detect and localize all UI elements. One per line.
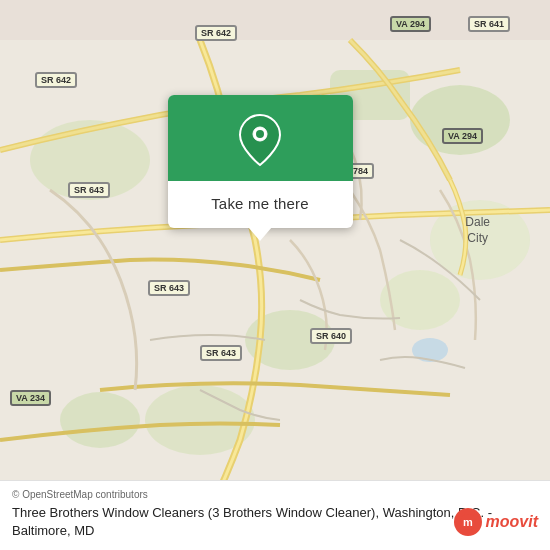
svg-point-1 <box>410 85 510 155</box>
road-badge-sr642-top: SR 642 <box>195 25 237 41</box>
popup-overlay: Take me there <box>155 95 365 241</box>
road-badge-sr641: SR 641 <box>468 16 510 32</box>
road-badge-sr642-left: SR 642 <box>35 72 77 88</box>
svg-point-11 <box>256 130 264 138</box>
popup-green-area <box>168 95 353 181</box>
svg-point-7 <box>60 392 140 448</box>
road-badge-sr643-bot: SR 643 <box>200 345 242 361</box>
popup-box: Take me there <box>168 95 353 228</box>
moovit-text-label: moovit <box>486 513 538 531</box>
road-badge-va294-top: VA 294 <box>390 16 431 32</box>
svg-point-4 <box>380 270 460 330</box>
road-badge-sr640: SR 640 <box>310 328 352 344</box>
map-svg <box>0 0 550 550</box>
location-pin-icon <box>238 113 282 167</box>
svg-text:m: m <box>463 516 473 528</box>
road-badge-sr643-low: SR 643 <box>148 280 190 296</box>
moovit-logo: m moovit <box>454 508 538 536</box>
bottom-bar: © OpenStreetMap contributors Three Broth… <box>0 480 550 550</box>
popup-button-area: Take me there <box>168 181 353 228</box>
moovit-icon: m <box>454 508 482 536</box>
road-badge-va294-right: VA 294 <box>442 128 483 144</box>
road-badge-sr643-mid: SR 643 <box>68 182 110 198</box>
map-container: SR 642 SR 642 SR 643 SR 643 SR 643 SR 64… <box>0 0 550 550</box>
take-me-there-button[interactable]: Take me there <box>203 191 317 216</box>
attribution-text: © OpenStreetMap contributors <box>12 489 538 500</box>
road-badge-va234: VA 234 <box>10 390 51 406</box>
popup-triangle <box>248 227 272 241</box>
dale-city-label: DaleCity <box>465 215 490 246</box>
